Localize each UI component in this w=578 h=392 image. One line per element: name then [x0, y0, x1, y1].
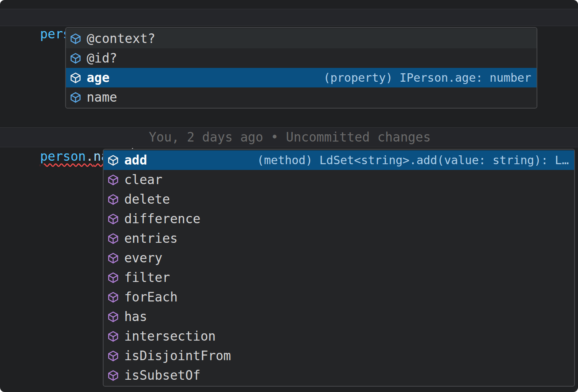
- symbol-method-icon: [107, 350, 119, 362]
- suggestion-item[interactable]: delete: [104, 189, 574, 209]
- suggestion-item[interactable]: isSubsetOf: [104, 366, 574, 385]
- suggestion-item[interactable]: age (property) IPerson.age: number: [66, 68, 537, 87]
- code-line-1[interactable]: person.;: [0, 9, 578, 26]
- suggestion-item[interactable]: every: [104, 248, 574, 268]
- symbol-method-icon: [107, 272, 119, 283]
- suggestion-item[interactable]: isDisjointFrom: [104, 346, 574, 366]
- suggestion-detail: (method) LdSet<string>.add(value: string…: [257, 153, 569, 167]
- symbol-method-icon: [107, 233, 119, 244]
- symbol-method-icon: [107, 370, 119, 381]
- suggestion-label: filter: [124, 268, 170, 287]
- suggestion-item[interactable]: name: [66, 87, 537, 107]
- symbol-method-icon: [107, 292, 119, 303]
- symbol-field-icon: [70, 33, 81, 44]
- suggestion-item[interactable]: clear: [104, 170, 574, 189]
- code-token-dot: .: [86, 149, 94, 164]
- symbol-method-icon: [107, 331, 119, 342]
- suggestion-label: intersection: [124, 326, 216, 346]
- suggestion-item[interactable]: add (method) LdSet<string>.add(value: st…: [104, 150, 574, 170]
- symbol-method-icon: [107, 252, 119, 264]
- code-token-variable: person: [40, 149, 86, 164]
- suggestion-item[interactable]: @context?: [66, 29, 537, 48]
- suggestion-item[interactable]: entries: [104, 229, 574, 248]
- suggestion-label: isSubsetOf: [124, 366, 201, 385]
- symbol-field-icon: [70, 53, 81, 64]
- symbol-field-icon: [70, 92, 81, 103]
- suggestion-label: clear: [124, 170, 162, 189]
- suggestion-item[interactable]: filter: [104, 268, 574, 287]
- suggestion-label: isDisjointFrom: [124, 346, 231, 366]
- symbol-method-icon: [107, 174, 119, 186]
- suggestion-item[interactable]: intersection: [104, 326, 574, 346]
- symbol-method-icon: [107, 194, 119, 205]
- suggest-widget-methods: add (method) LdSet<string>.add(value: st…: [103, 149, 575, 387]
- symbol-field-icon: [70, 72, 81, 84]
- suggestion-label: has: [124, 307, 147, 326]
- suggestion-detail: (property) IPerson.age: number: [323, 71, 531, 84]
- suggestion-item[interactable]: has: [104, 307, 574, 326]
- suggestion-label: @context?: [87, 29, 155, 48]
- symbol-method-icon: [107, 155, 119, 166]
- suggestion-label: every: [124, 248, 162, 268]
- suggestion-label: @id?: [87, 48, 117, 68]
- suggestion-label: forEach: [124, 287, 178, 307]
- suggestion-label: add: [124, 150, 147, 170]
- suggestion-item[interactable]: difference: [104, 209, 574, 229]
- symbol-method-icon: [107, 213, 119, 225]
- code-line-2[interactable]: person.name. You, 2 days ago • Uncommitt…: [0, 127, 578, 147]
- suggestion-label: difference: [124, 209, 201, 229]
- code-editor: person.; @context?: [0, 0, 578, 392]
- git-blame-annotation: You, 2 days ago • Uncommitted changes: [149, 128, 431, 147]
- suggestion-label: age: [87, 68, 110, 87]
- suggestion-label: delete: [124, 189, 170, 209]
- suggestion-item[interactable]: @id?: [66, 48, 537, 68]
- suggestion-label: name: [87, 87, 117, 107]
- symbol-method-icon: [107, 311, 119, 323]
- suggestion-item[interactable]: forEach: [104, 287, 574, 307]
- suggestion-label: entries: [124, 229, 178, 248]
- suggest-widget-properties: @context? @id? age: [65, 27, 537, 109]
